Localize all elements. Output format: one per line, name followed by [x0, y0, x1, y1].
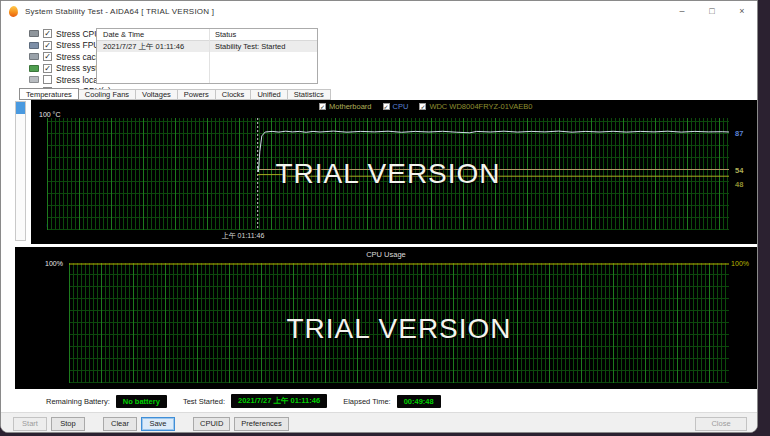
stress-fpu-checkbox[interactable]: [43, 41, 52, 50]
preferences-button[interactable]: Preferences: [234, 417, 288, 431]
status-row: Remaining Battery: No battery Test Start…: [46, 394, 441, 408]
titlebar: System Stability Test - AIDA64 [ TRIAL V…: [1, 1, 757, 21]
stress-option-label: Stress CPU: [56, 29, 100, 39]
save-button[interactable]: Save: [141, 417, 175, 431]
disk-icon: [29, 76, 39, 83]
tab-clocks[interactable]: Clocks: [216, 89, 252, 100]
legend-label: Motherboard: [329, 102, 372, 111]
cpu-usage-plot-area: TRIAL VERSION: [69, 263, 729, 383]
temperature-chart: Motherboard CPU WDC WD8004FRYZ-01VAEB0 1…: [31, 100, 757, 244]
stability-test-window: System Stability Test - AIDA64 [ TRIAL V…: [0, 0, 758, 433]
chart-scale-slider[interactable]: [15, 101, 26, 241]
stress-disks-checkbox[interactable]: [43, 75, 52, 84]
stress-option-label: Stress FPU: [56, 40, 99, 50]
stress-cpu-checkbox[interactable]: [43, 29, 52, 38]
test-started-value: 2021/7/27 上午 01:11:46: [231, 394, 327, 408]
column-header-datetime[interactable]: Date & Time: [97, 30, 209, 39]
temperature-plot-area: TRIAL VERSION: [47, 118, 729, 230]
legend-item-motherboard[interactable]: Motherboard: [319, 102, 372, 111]
battery-label: Remaining Battery:: [46, 397, 110, 406]
log-datetime-cell: 2021/7/27 上午 01:11:46: [97, 42, 209, 52]
table-row[interactable]: 2021/7/27 上午 01:11:46 Stability Test: St…: [97, 41, 317, 52]
temperature-chart-zone: Motherboard CPU WDC WD8004FRYZ-01VAEB0 1…: [1, 100, 758, 244]
elapsed-time-value: 00:49:48: [397, 395, 441, 408]
memory-icon: [29, 65, 39, 72]
clear-button[interactable]: Clear: [103, 417, 137, 431]
aida64-flame-icon: [9, 5, 19, 17]
button-bar: Start Stop Clear Save CPUID Preferences …: [1, 412, 758, 433]
y-axis-max-label: 100 °C: [39, 111, 60, 118]
log-status-cell: Stability Test: Started: [209, 42, 285, 51]
cpu-usage-chart: CPU Usage 100% 100% TRIAL VERSION: [15, 247, 757, 389]
maximize-icon[interactable]: □: [697, 1, 727, 21]
table-header: Date & Time Status: [97, 29, 317, 41]
close-button[interactable]: Close: [695, 417, 747, 431]
fpu-icon: [29, 42, 39, 49]
tab-powers[interactable]: Powers: [178, 89, 216, 100]
chart-tabs: Temperatures Cooling Fans Voltages Power…: [19, 88, 331, 100]
legend-item-wdc-disk[interactable]: WDC WD8004FRYZ-01VAEB0: [419, 102, 532, 111]
slider-thumb[interactable]: [16, 102, 25, 114]
tab-cooling-fans[interactable]: Cooling Fans: [79, 89, 136, 100]
current-value-label: 87: [735, 129, 743, 138]
tab-unified[interactable]: Unified: [251, 89, 287, 100]
tab-temperatures[interactable]: Temperatures: [19, 88, 79, 100]
stop-button[interactable]: Stop: [51, 417, 85, 431]
window-title: System Stability Test - AIDA64 [ TRIAL V…: [25, 7, 214, 16]
usage-right-label: 100%: [731, 260, 749, 267]
legend-checkbox[interactable]: [319, 103, 326, 110]
legend-item-cpu[interactable]: CPU: [383, 102, 409, 111]
test-started-label: Test Started:: [183, 397, 225, 406]
legend-checkbox[interactable]: [383, 103, 390, 110]
column-header-status[interactable]: Status: [209, 30, 236, 39]
event-log-table: Date & Time Status 2021/7/27 上午 01:11:46…: [96, 28, 318, 84]
trial-watermark: TRIAL VERSION: [275, 158, 500, 190]
stress-cache-checkbox[interactable]: [43, 52, 52, 61]
start-button[interactable]: Start: [13, 417, 47, 431]
current-value-label: 54: [735, 166, 743, 175]
start-time-label: 上午 01:11:46: [213, 231, 273, 241]
usage-left-label: 100%: [45, 260, 63, 267]
cpu-usage-title: CPU Usage: [15, 250, 757, 259]
elapsed-time-label: Elapsed Time:: [343, 397, 391, 406]
window-controls: – □ ×: [667, 1, 757, 21]
cache-icon: [29, 53, 39, 60]
tab-statistics[interactable]: Statistics: [288, 89, 331, 100]
legend-label: WDC WD8004FRYZ-01VAEB0: [429, 102, 532, 111]
current-value-label: 48: [735, 180, 743, 189]
minimize-icon[interactable]: –: [667, 1, 697, 21]
stress-memory-checkbox[interactable]: [43, 64, 52, 73]
trial-watermark: TRIAL VERSION: [286, 313, 511, 345]
close-icon[interactable]: ×: [727, 1, 757, 21]
battery-value: No battery: [116, 395, 167, 408]
legend-label: CPU: [393, 102, 409, 111]
tab-voltages[interactable]: Voltages: [136, 89, 178, 100]
legend-checkbox[interactable]: [419, 103, 426, 110]
cpu-icon: [29, 30, 39, 37]
column-divider: [209, 29, 210, 83]
cpuid-button[interactable]: CPUID: [193, 417, 230, 431]
current-value-gutter: 548748: [731, 118, 757, 230]
desktop: { "window": { "title": "System Stability…: [0, 0, 770, 436]
chart-legend: Motherboard CPU WDC WD8004FRYZ-01VAEB0: [319, 102, 532, 111]
